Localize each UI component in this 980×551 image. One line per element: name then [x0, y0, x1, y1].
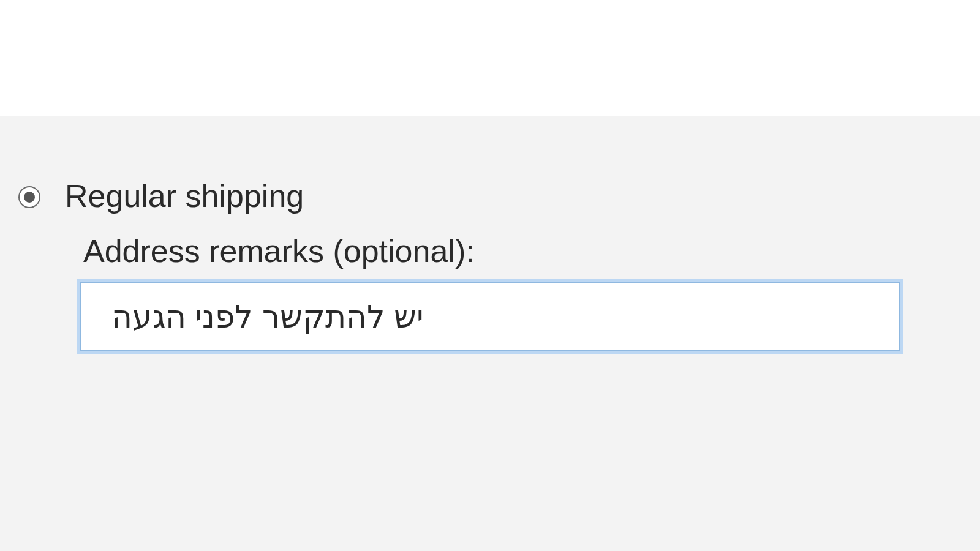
radio-dot-icon — [24, 192, 35, 203]
shipping-option-row[interactable]: Regular shipping — [18, 178, 962, 214]
radio-button-icon[interactable] — [18, 186, 40, 208]
address-remarks-input[interactable] — [80, 282, 900, 351]
shipping-panel: Regular shipping Address remarks (option… — [0, 116, 980, 551]
shipping-option-label: Regular shipping — [65, 178, 304, 214]
address-remarks-input-wrap — [80, 282, 900, 351]
address-remarks-label: Address remarks (optional): — [83, 233, 962, 269]
